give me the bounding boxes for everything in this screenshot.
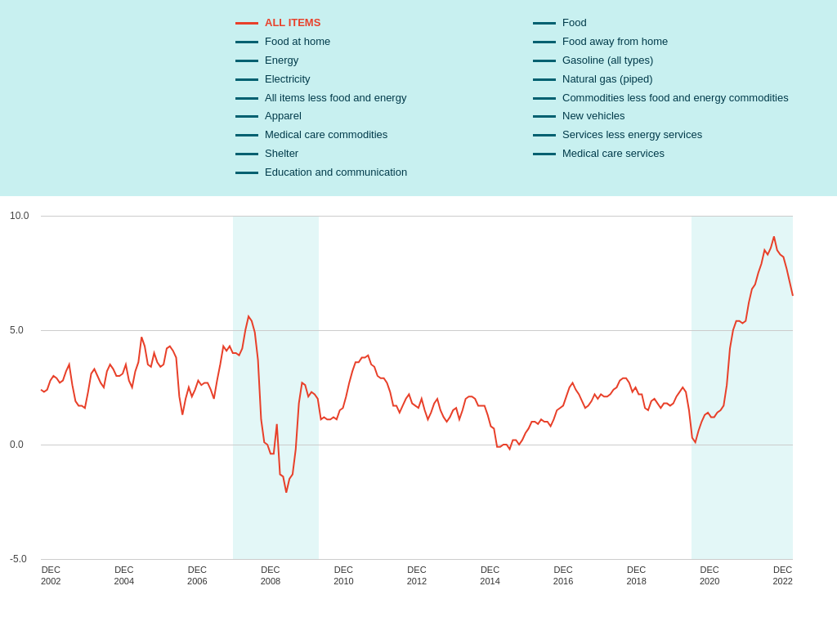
legend-col2: FoodFood away from homeGasoline (all typ… (533, 16, 817, 180)
x-axis-label: DEC2016 (553, 564, 573, 588)
legend-item: Services less energy services (533, 128, 817, 142)
grid-label: -5.0 (10, 553, 27, 565)
x-axis-label: DEC2014 (480, 564, 499, 588)
chart-wrapper: 10.05.00.0-5.0 (41, 216, 793, 559)
legend-item: Energy (235, 54, 520, 68)
x-axis-label: DEC2010 (333, 564, 353, 588)
legend-line (533, 97, 556, 100)
grid-line (41, 559, 793, 560)
legend-item: Food (533, 16, 817, 30)
legend-line (533, 41, 556, 43)
legend-line (235, 115, 258, 118)
legend-item: All items less food and energy (235, 92, 520, 105)
x-axis-label: DEC2022 (772, 564, 792, 588)
legend-line (533, 60, 556, 62)
legend-label: Electricity (265, 73, 311, 87)
legend-line (533, 134, 556, 136)
legend-label: Medical care services (562, 147, 665, 161)
legend-item: New vehicles (533, 110, 817, 123)
legend-label: Natural gas (piped) (562, 73, 653, 87)
legend-line (533, 115, 556, 118)
legend-label: Shelter (265, 147, 298, 161)
legend-item: Apparel (235, 110, 520, 123)
grid-label: 10.0 (10, 210, 29, 221)
legend-item: Shelter (235, 147, 520, 161)
legend-label: Services less energy services (562, 128, 702, 142)
x-axis: DEC2002DEC2004DEC2006DEC2008DEC2010DEC20… (41, 559, 793, 588)
legend-container: ALL ITEMSFood at homeEnergyElectricityAl… (235, 16, 817, 180)
chart-area: 10.05.00.0-5.0 DEC2002DEC2004DEC2006DEC2… (0, 196, 837, 612)
legend-line (533, 22, 556, 25)
legend-line (533, 153, 556, 155)
header-section: ALL ITEMSFood at homeEnergyElectricityAl… (0, 0, 837, 196)
legend-label: New vehicles (562, 110, 625, 123)
legend-item: Electricity (235, 73, 520, 87)
legend-label: Food at home (265, 35, 330, 49)
legend-line (235, 153, 258, 155)
x-axis-label: DEC2002 (41, 564, 60, 588)
legend-label: Food (562, 16, 587, 30)
legend-label: Food away from home (562, 35, 668, 49)
x-axis-label: DEC2006 (187, 564, 207, 588)
legend-label: Commodities less food and energy commodi… (562, 92, 789, 105)
legend-item: Medical care services (533, 147, 817, 161)
x-axis-label: DEC2004 (114, 564, 134, 588)
legend-label: ALL ITEMS (265, 16, 320, 30)
legend-line (533, 78, 556, 81)
legend-line (235, 60, 258, 62)
legend-label: Apparel (265, 110, 302, 123)
legend-col1: ALL ITEMSFood at homeEnergyElectricityAl… (235, 16, 520, 180)
legend-item: Education and communication (235, 166, 520, 180)
x-axis-label: DEC2018 (626, 564, 646, 588)
legend-item: Food away from home (533, 35, 817, 49)
legend-line (235, 41, 258, 43)
x-axis-label: DEC2012 (407, 564, 427, 588)
legend-item: Medical care commodities (235, 128, 520, 142)
legend-item: Food at home (235, 35, 520, 49)
cpi-line (41, 236, 793, 493)
legend-line (235, 172, 258, 174)
legend-label: Energy (265, 54, 298, 68)
grid-label: 0.0 (10, 439, 24, 450)
legend-label: Education and communication (265, 166, 407, 180)
legend-item: ALL ITEMS (235, 16, 520, 30)
legend-item: Natural gas (piped) (533, 73, 817, 87)
x-axis-label: DEC2008 (261, 564, 280, 588)
legend-item: Gasoline (all types) (533, 54, 817, 68)
legend-label: Medical care commodities (265, 128, 387, 142)
legend-line (235, 134, 258, 136)
x-axis-label: DEC2020 (700, 564, 719, 588)
legend-line (235, 78, 258, 81)
legend-item: Commodities less food and energy commodi… (533, 92, 817, 105)
legend-label: All items less food and energy (265, 92, 406, 105)
line-chart-svg (41, 216, 793, 559)
grid-label: 5.0 (10, 324, 24, 336)
legend-label: Gasoline (all types) (562, 54, 653, 68)
legend-line (235, 97, 258, 100)
legend-line (235, 22, 258, 25)
